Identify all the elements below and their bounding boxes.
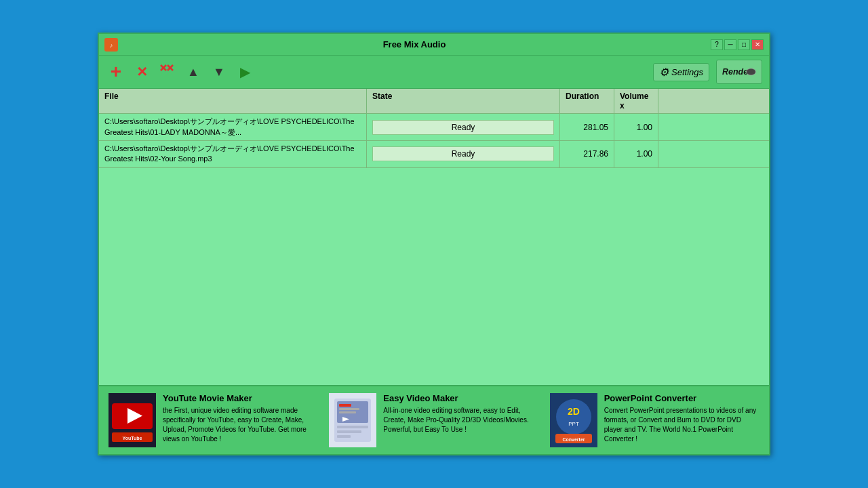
svg-rect-21	[337, 426, 368, 428]
state-cell-1: Ready	[367, 114, 560, 140]
table-empty-area	[99, 168, 769, 385]
app-icon: ♪	[104, 38, 118, 52]
promo-image-youtube: YouTube	[108, 393, 156, 447]
column-duration: Duration	[560, 89, 614, 113]
settings-button[interactable]: ⚙ Settings	[653, 63, 709, 81]
play-button[interactable]: ▶	[235, 62, 255, 82]
promo-image-ppt: 2D PPT Converter	[550, 393, 597, 447]
column-file: File	[99, 89, 367, 113]
state-badge-2: Ready	[372, 146, 554, 161]
promo-text-ppt: PowerPoint Converter Convert PowerPoint …	[604, 393, 760, 447]
play-icon: ▶	[240, 64, 250, 80]
toolbar-right: ⚙ Settings Render	[653, 60, 762, 84]
remove-all-button[interactable]	[157, 62, 178, 82]
x-icon: ✕	[136, 64, 148, 80]
state-badge-1: Ready	[372, 120, 554, 135]
duration-cell-1: 281.05	[560, 114, 614, 140]
svg-point-25	[556, 399, 591, 434]
gear-icon: ⚙	[659, 66, 669, 79]
arrow-up-icon: ▲	[187, 65, 199, 79]
move-down-button[interactable]: ▼	[209, 62, 229, 82]
promo-image-video	[329, 393, 376, 447]
svg-rect-23	[337, 435, 351, 438]
table-header: File State Duration Volume x	[99, 89, 769, 114]
help-button[interactable]: ?	[711, 39, 723, 50]
extra-cell-2	[658, 141, 769, 167]
promo-item-ppt[interactable]: 2D PPT Converter PowerPoint Converter Co…	[550, 393, 760, 447]
svg-text:Converter: Converter	[562, 437, 585, 442]
duration-cell-2: 217.86	[560, 141, 614, 167]
column-volume: Volume x	[614, 89, 658, 113]
promo-text-video: Easy Video Maker All-in-one video editin…	[383, 393, 538, 447]
render-button[interactable]: Render	[716, 60, 762, 84]
title-bar-controls: ? ─ □ ✕	[711, 39, 764, 50]
toolbar: + ✕ ▲ ▼ ▶ ⚙ Setti	[99, 56, 769, 89]
svg-text:PPT: PPT	[568, 421, 579, 427]
svg-rect-17	[339, 404, 351, 407]
promo-desc-video: All-in-one video editing software, easy …	[383, 406, 538, 434]
promo-area: YouTube YouTute Movie Maker the First, u…	[99, 385, 769, 454]
window-title: Free Mix Audio	[118, 39, 711, 49]
file-table: File State Duration Volume x C:\Users\so…	[99, 89, 769, 385]
xx-icon	[159, 64, 176, 81]
svg-text:2D: 2D	[568, 406, 580, 417]
column-extra	[658, 89, 769, 113]
remove-file-button[interactable]: ✕	[132, 62, 152, 82]
svg-rect-18	[339, 408, 359, 410]
promo-title-ppt: PowerPoint Converter	[604, 393, 760, 403]
promo-title-youtube: YouTute Movie Maker	[163, 393, 318, 403]
settings-label: Settings	[671, 67, 703, 77]
state-cell-2: Ready	[367, 141, 560, 167]
file-path-2: C:\Users\softaro\Desktop\サンプルオーディオ\LOVE …	[99, 141, 367, 167]
add-file-button[interactable]: +	[106, 62, 126, 82]
promo-item-video[interactable]: Easy Video Maker All-in-one video editin…	[329, 393, 538, 447]
title-bar-left: ♪	[104, 38, 118, 52]
promo-title-video: Easy Video Maker	[383, 393, 538, 403]
svg-text:♪: ♪	[110, 42, 113, 49]
table-row[interactable]: C:\Users\softaro\Desktop\サンプルオーディオ\LOVE …	[99, 141, 769, 168]
main-window: ♪ Free Mix Audio ? ─ □ ✕ + ✕	[98, 33, 770, 455]
title-bar: ♪ Free Mix Audio ? ─ □ ✕	[99, 34, 769, 56]
file-path-1: C:\Users\softaro\Desktop\サンプルオーディオ\LOVE …	[99, 114, 367, 140]
column-state: State	[367, 89, 560, 113]
close-button[interactable]: ✕	[751, 39, 764, 50]
volume-cell-1: 1.00	[614, 114, 658, 140]
promo-desc-ppt: Convert PowerPoint presentations to vide…	[604, 406, 760, 444]
promo-item-youtube[interactable]: YouTube YouTute Movie Maker the First, u…	[108, 393, 318, 447]
promo-text-youtube: YouTute Movie Maker the First, unique vi…	[163, 393, 318, 447]
render-logo: Render	[722, 62, 756, 81]
minimize-button[interactable]: ─	[724, 39, 736, 50]
plus-icon: +	[111, 62, 121, 81]
arrow-down-icon: ▼	[213, 65, 225, 79]
move-up-button[interactable]: ▲	[183, 62, 203, 82]
table-row[interactable]: C:\Users\softaro\Desktop\サンプルオーディオ\LOVE …	[99, 114, 769, 141]
svg-rect-19	[339, 411, 356, 413]
promo-desc-youtube: the First, unique video editing software…	[163, 406, 318, 444]
maximize-button[interactable]: □	[738, 39, 750, 50]
extra-cell-1	[658, 114, 769, 140]
volume-cell-2: 1.00	[614, 141, 658, 167]
svg-rect-22	[337, 430, 361, 433]
svg-text:YouTube: YouTube	[123, 436, 142, 441]
